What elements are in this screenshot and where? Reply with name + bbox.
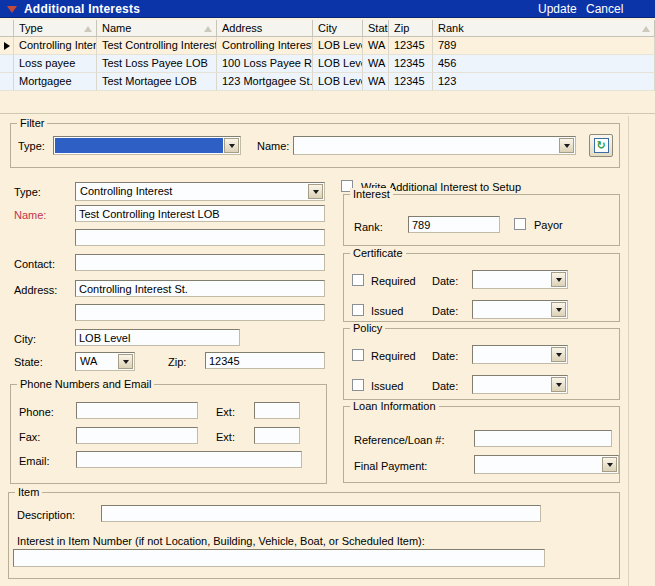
grid-header-label: Type: [19, 22, 43, 34]
certificate-issued-date-select[interactable]: [472, 300, 568, 319]
zip-field[interactable]: [205, 352, 325, 369]
sort-asc-icon: [204, 26, 212, 32]
certificate-required-checkbox[interactable]: [352, 274, 364, 286]
address-field[interactable]: [75, 280, 325, 297]
cell-type: Loss payee: [14, 55, 97, 73]
table-row[interactable]: Mortgagee Test Mortagee LOB 123 Mortgage…: [0, 73, 655, 91]
collapse-triangle-icon[interactable]: [7, 6, 17, 13]
filter-type-label: Type:: [18, 140, 45, 152]
grid-header-state[interactable]: State: [363, 20, 389, 36]
row-marker-cell: [0, 73, 14, 91]
contact-label: Contact:: [14, 258, 55, 270]
type-value: Controlling Interest: [80, 185, 172, 197]
rank-label: Rank:: [354, 221, 383, 233]
cell-city: LOB Level: [313, 55, 363, 73]
phone-ext-label: Ext:: [216, 406, 235, 418]
payor-label: Payor: [534, 219, 563, 231]
description-field[interactable]: [101, 505, 541, 522]
phone-label: Phone:: [19, 406, 54, 418]
dropdown-button[interactable]: [118, 354, 133, 369]
grid-header-zip[interactable]: Zip: [389, 20, 433, 36]
name-field[interactable]: [75, 205, 325, 222]
type-select[interactable]: Controlling Interest: [75, 182, 325, 201]
grid-header-rank[interactable]: Rank: [433, 20, 655, 36]
address-label: Address:: [14, 284, 57, 296]
fax-ext-field[interactable]: [254, 427, 300, 444]
cell-rank: 456: [433, 55, 655, 73]
grid-header-type[interactable]: Type: [14, 20, 97, 36]
sort-asc-icon: [84, 26, 92, 32]
titlebar: Additional Interests Update Cancel: [0, 0, 655, 18]
fax-label: Fax:: [19, 431, 40, 443]
policy-required-checkbox[interactable]: [352, 349, 364, 361]
dropdown-button[interactable]: [551, 302, 566, 317]
email-field[interactable]: [76, 451, 302, 468]
city-label: City:: [14, 333, 36, 345]
cancel-button[interactable]: Cancel: [586, 2, 623, 16]
grid-header-label: City: [318, 22, 337, 34]
description-label: Description:: [17, 509, 75, 521]
interests-grid: Type Name Address City State Zip Rank Co…: [0, 19, 655, 114]
phone-ext-field[interactable]: [254, 402, 300, 419]
city-field[interactable]: [75, 329, 240, 346]
filter-type-select[interactable]: [53, 136, 241, 155]
state-label: State:: [14, 356, 43, 368]
table-row[interactable]: Loss payee Test Loss Payee LOB 100 Loss …: [0, 55, 655, 73]
table-row[interactable]: Controlling Interest Test Controlling In…: [0, 37, 655, 55]
state-value: WA: [80, 355, 97, 367]
type-label: Type:: [14, 186, 41, 198]
address2-field[interactable]: [75, 304, 325, 321]
certificate-required-label: Required: [371, 275, 416, 287]
final-payment-select[interactable]: [474, 455, 619, 474]
row-marker-cell: [0, 37, 14, 55]
selected-row-icon: [4, 42, 10, 50]
update-button[interactable]: Update: [538, 2, 577, 16]
dropdown-button[interactable]: [224, 138, 239, 153]
filter-name-label: Name:: [257, 140, 289, 152]
reference-loan-field[interactable]: [474, 430, 612, 447]
refresh-button[interactable]: ↻: [589, 134, 613, 157]
cell-state: WA: [363, 37, 389, 55]
selection-highlight: [55, 138, 223, 153]
dropdown-button[interactable]: [308, 184, 323, 199]
payor-checkbox[interactable]: [514, 218, 526, 230]
contact-field[interactable]: [75, 254, 325, 271]
dropdown-button[interactable]: [551, 377, 566, 392]
dropdown-button[interactable]: [602, 457, 617, 472]
certificate-group: Certificate Required Date: Issued Date:: [343, 253, 620, 322]
dropdown-button[interactable]: [559, 138, 574, 153]
grid-header-label: Rank: [438, 22, 464, 34]
rank-field[interactable]: [408, 216, 500, 233]
certificate-required-date-select[interactable]: [472, 270, 568, 289]
grid-header-address[interactable]: Address: [217, 20, 313, 36]
row-marker-cell: [0, 55, 14, 73]
policy-issued-label: Issued: [371, 380, 403, 392]
grid-header-city[interactable]: City: [313, 20, 363, 36]
phone-field[interactable]: [76, 402, 198, 419]
cell-name: Test Mortagee LOB: [97, 73, 217, 91]
policy-issued-date-select[interactable]: [472, 375, 568, 394]
name2-field[interactable]: [75, 229, 325, 246]
grid-header-label: Address: [222, 22, 262, 34]
filter-name-select[interactable]: [293, 136, 576, 155]
dropdown-button[interactable]: [551, 272, 566, 287]
interest-item-number-field[interactable]: [13, 549, 545, 567]
loan-group-legend: Loan Information: [350, 400, 439, 412]
cell-address: 100 Loss Payee Rd.: [217, 55, 313, 73]
cell-zip: 12345: [389, 55, 433, 73]
cell-state: WA: [363, 55, 389, 73]
dropdown-button[interactable]: [551, 347, 566, 362]
fax-field[interactable]: [76, 427, 198, 444]
item-group: Item Description: Interest in Item Numbe…: [8, 492, 620, 579]
grid-header-label: Zip: [394, 22, 409, 34]
grid-header-name[interactable]: Name: [97, 20, 217, 36]
policy-required-date-select[interactable]: [472, 345, 568, 364]
interest-group: Interest Rank: Payor: [343, 194, 620, 246]
state-select[interactable]: WA: [75, 352, 135, 371]
certificate-issued-checkbox[interactable]: [352, 304, 364, 316]
certificate-issued-label: Issued: [371, 305, 403, 317]
page-title: Additional Interests: [24, 2, 140, 16]
chevron-down-icon: [564, 144, 570, 148]
chevron-down-icon: [123, 360, 129, 364]
policy-issued-checkbox[interactable]: [352, 379, 364, 391]
